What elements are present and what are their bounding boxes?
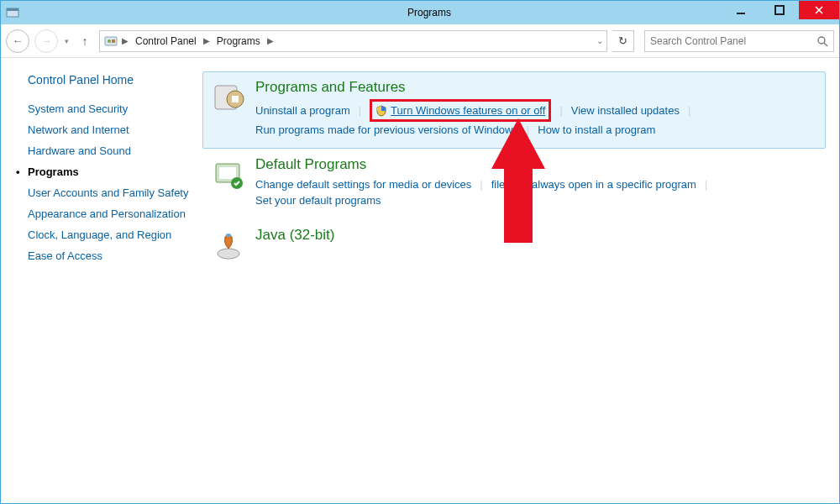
- sidebar: Control Panel Home System and SecurityNe…: [1, 58, 201, 503]
- up-button[interactable]: ↑: [76, 34, 94, 48]
- sidebar-item-user-accounts-and-family-safety[interactable]: User Accounts and Family Safety: [28, 182, 192, 203]
- sidebar-item-system-and-security[interactable]: System and Security: [28, 98, 192, 119]
- link-divider: |: [527, 123, 529, 136]
- svg-point-18: [226, 234, 231, 237]
- maximize-button[interactable]: [760, 1, 799, 19]
- address-dropdown-icon[interactable]: ⌄: [596, 36, 603, 45]
- link-divider: |: [480, 178, 482, 191]
- navigation-toolbar: ← → ▾ ↑ ▶ Control Panel ▶ Programs ▶ ⌄ ↻…: [1, 24, 839, 58]
- minimize-button[interactable]: [722, 1, 760, 19]
- breadcrumb-control-panel[interactable]: Control Panel: [132, 35, 200, 47]
- task-link[interactable]: Run programs made for previous versions …: [255, 122, 518, 138]
- section-default-programs: Default ProgramsChange default settings …: [202, 149, 826, 219]
- svg-rect-2: [737, 13, 745, 14]
- task-link[interactable]: Turn Windows features on or off: [391, 102, 545, 118]
- sidebar-item-appearance-and-personalization[interactable]: Appearance and Personalization: [28, 203, 192, 224]
- window-title: Programs: [19, 7, 839, 18]
- sidebar-item-ease-of-access[interactable]: Ease of Access: [28, 245, 192, 266]
- window-frame: Programs ← → ▾ ↑ ▶ Control Panel ▶ Progr…: [0, 0, 840, 504]
- close-button[interactable]: [799, 1, 839, 19]
- section-heading[interactable]: Default Programs: [255, 156, 818, 173]
- sidebar-item-hardware-and-sound[interactable]: Hardware and Sound: [28, 140, 192, 161]
- body: Control Panel Home System and SecurityNe…: [1, 58, 839, 503]
- chevron-right-icon[interactable]: ▶: [267, 36, 274, 45]
- svg-point-7: [108, 39, 111, 43]
- chevron-right-icon[interactable]: ▶: [203, 36, 210, 45]
- svg-rect-1: [7, 8, 18, 11]
- link-divider: |: [688, 104, 690, 117]
- recent-locations-button[interactable]: ▾: [63, 37, 71, 45]
- control-panel-icon: [103, 34, 118, 49]
- breadcrumb-programs[interactable]: Programs: [213, 35, 264, 47]
- svg-line-10: [824, 43, 827, 46]
- task-link[interactable]: Uninstall a program: [255, 102, 350, 118]
- svg-rect-3: [775, 6, 784, 14]
- window-icon: [6, 6, 19, 19]
- link-divider: |: [359, 104, 361, 117]
- task-link[interactable]: View installed updates: [571, 102, 680, 118]
- section-heading[interactable]: Java (32-bit): [255, 227, 818, 244]
- task-link[interactable]: Set your default programs: [255, 192, 381, 208]
- control-panel-home-link[interactable]: Control Panel Home: [28, 73, 192, 87]
- section-heading[interactable]: Programs and Features: [255, 79, 818, 96]
- section-icon[interactable]: [210, 79, 247, 116]
- content-pane: Programs and FeaturesUninstall a program…: [201, 58, 839, 503]
- section-icon[interactable]: [210, 227, 247, 264]
- chevron-right-icon[interactable]: ▶: [122, 36, 129, 45]
- task-link[interactable]: Change default settings for media or dev…: [255, 176, 471, 192]
- forward-button[interactable]: →: [34, 29, 58, 53]
- title-bar[interactable]: Programs: [1, 1, 839, 24]
- back-button[interactable]: ←: [6, 29, 29, 53]
- uac-shield-icon: [375, 105, 387, 117]
- search-placeholder: Search Control Panel: [650, 35, 746, 47]
- sidebar-item-programs[interactable]: Programs: [28, 161, 192, 182]
- search-icon: [816, 35, 828, 47]
- svg-rect-15: [219, 167, 236, 179]
- address-bar[interactable]: ▶ Control Panel ▶ Programs ▶ ⌄: [99, 30, 607, 52]
- window-controls: [722, 1, 839, 19]
- svg-point-9: [818, 37, 825, 44]
- task-link[interactable]: How to install a program: [538, 122, 655, 138]
- link-divider: |: [559, 104, 562, 117]
- section-programs-and-features: Programs and FeaturesUninstall a program…: [202, 71, 826, 149]
- refresh-button[interactable]: ↻: [612, 30, 634, 52]
- svg-rect-8: [112, 39, 115, 43]
- sidebar-item-network-and-internet[interactable]: Network and Internet: [28, 119, 192, 140]
- sidebar-item-clock-language-and-region[interactable]: Clock, Language, and Region: [28, 224, 192, 245]
- link-divider: |: [705, 178, 707, 191]
- svg-point-17: [218, 249, 239, 259]
- highlight-box: Turn Windows features on or off: [370, 99, 551, 122]
- search-input[interactable]: Search Control Panel: [644, 30, 834, 52]
- section-java-bit-: Java (32-bit): [202, 219, 826, 275]
- section-icon[interactable]: [210, 156, 247, 193]
- svg-rect-13: [232, 96, 239, 102]
- task-link[interactable]: file type always open in a specific prog…: [491, 176, 696, 192]
